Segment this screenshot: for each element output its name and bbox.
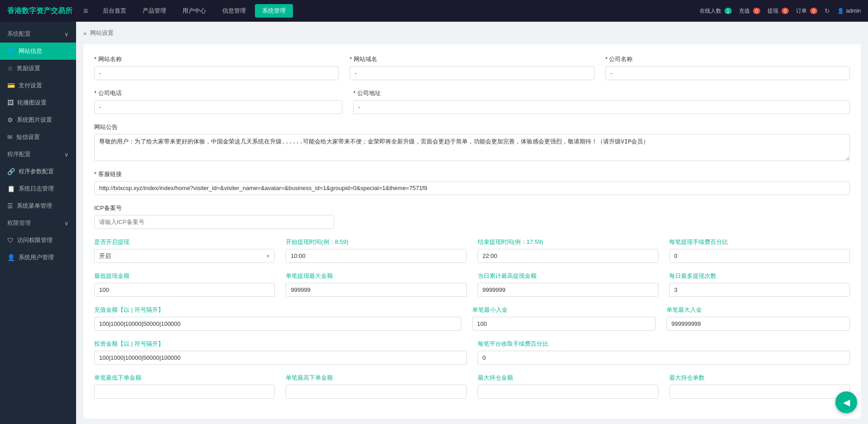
sidebar-group-program-config-label: 程序配置 [7, 150, 31, 158]
withdraw-end-input[interactable] [478, 249, 658, 263]
sidebar-item-system-image[interactable]: ⚙ 系统图片设置 [0, 111, 76, 129]
refresh-icon[interactable]: ↻ [825, 7, 830, 14]
site-domain-label: * 网站域名 [350, 55, 594, 63]
site-domain-input[interactable] [350, 66, 594, 80]
sidebar-item-carousel[interactable]: 🖼 轮播图设置 [0, 94, 76, 111]
invest-amounts-input[interactable] [94, 351, 467, 365]
sidebar-group-permission[interactable]: 权限管理 ∨ [0, 214, 76, 232]
float-action-button[interactable]: ◀ [835, 391, 857, 413]
min-order-label: 单笔最低下单金额 [94, 374, 275, 382]
star-icon: ☆ [7, 65, 13, 72]
nav-products[interactable]: 产品管理 [135, 4, 173, 18]
admin-btn[interactable]: 👤 admin [837, 8, 861, 14]
max-hold-count-label: 最大持仓单数 [669, 374, 850, 382]
recharge-btn[interactable]: 充值 0 [739, 7, 760, 15]
field-min-order: 单笔最低下单金额 [94, 374, 275, 399]
field-icp: ICP备案号 [94, 204, 334, 229]
sidebar-item-payment-label: 支付设置 [19, 81, 42, 90]
order-btn[interactable]: 订单 0 [796, 7, 817, 15]
max-withdraw-times-input[interactable] [669, 283, 850, 297]
sidebar-item-params-label: 程序参数配置 [19, 167, 54, 176]
top-right-section: 在线人数 1 充值 0 提现 0 订单 0 ↻ 👤 admin [700, 7, 861, 15]
sidebar-item-access-label: 访问权限管理 [17, 236, 53, 244]
icp-label: ICP备案号 [94, 204, 334, 212]
company-address-label: * 公司地址 [353, 89, 850, 97]
min-single-deposit-label: 单笔最小入金 [472, 306, 656, 314]
sidebar-item-sys-users[interactable]: 👤 系统用户管理 [0, 249, 76, 266]
field-max-single-deposit: 单笔最大入金 [667, 306, 850, 331]
breadcrumb-page: 网站设置 [90, 29, 114, 37]
max-order-input[interactable] [286, 385, 466, 399]
field-company-address: * 公司地址 [353, 89, 850, 114]
field-max-withdraw-daily: 当日累计最高提现金额 [478, 272, 658, 297]
online-label: 在线人数 [700, 7, 721, 15]
withdraw-fee-input[interactable] [669, 249, 850, 263]
online-count-btn: 在线人数 1 [700, 7, 732, 15]
nav-info[interactable]: 信息管理 [215, 4, 253, 18]
withdraw-label: 提现 [767, 7, 778, 15]
min-order-input[interactable] [94, 385, 275, 399]
field-invest-amounts: 投资金额【以 | 符号隔开】 [94, 340, 467, 365]
withdraw-fee-label: 每笔提现手续费百分比 [669, 238, 850, 246]
link-icon: 🔗 [7, 168, 15, 175]
form-row-order-limits: 单笔最低下单金额 单笔最高下单金额 最大持仓金额 最大持仓单数 [94, 374, 850, 399]
announcement-textarea[interactable]: 尊敬的用户：为了给大家带来更好的体验，中国金荣这几天系统在升级......可能会… [94, 134, 850, 161]
sidebar: 系统配置 ∨ 🌐 网站信息 ☆ 奖励设置 💳 支付设置 🖼 轮播图设置 ⚙ 系统… [0, 22, 76, 424]
sidebar-group-program-config[interactable]: 程序配置 ∨ [0, 146, 76, 163]
form-row-withdraw-amounts: 最低提现金额 单笔提现最大金额 当日累计最高提现金额 每日最多提现次数 [94, 272, 850, 297]
form-row-withdraw-settings: 是否开启提现 开启 关闭 ▼ 开始提现时间(例：8:59) 结束提现时间(例：1… [94, 238, 850, 263]
menu-toggle-icon[interactable]: ≡ [83, 6, 88, 16]
chevron-down-icon: ∨ [64, 31, 69, 38]
breadcrumb-sep: » [83, 30, 86, 37]
platform-fee-input[interactable] [478, 351, 850, 365]
sidebar-item-sms[interactable]: ✉ 短信设置 [0, 129, 76, 146]
sidebar-group-permission-label: 权限管理 [7, 219, 31, 227]
sidebar-item-menu[interactable]: ☰ 系统菜单管理 [0, 197, 76, 214]
nav-dashboard[interactable]: 后台首页 [96, 4, 134, 18]
nav-users[interactable]: 用户中心 [175, 4, 213, 18]
withdraw-start-input[interactable] [286, 249, 466, 263]
withdraw-badge: 0 [782, 8, 789, 14]
sidebar-item-payment[interactable]: 💳 支付设置 [0, 77, 76, 94]
withdraw-enable-select[interactable]: 开启 关闭 [94, 249, 275, 263]
sidebar-item-sms-label: 短信设置 [16, 133, 40, 141]
sidebar-item-reward-label: 奖励设置 [17, 64, 40, 72]
sidebar-item-site-info[interactable]: 🌐 网站信息 [0, 43, 76, 60]
field-company-phone: * 公司电话 [94, 89, 342, 114]
withdraw-btn[interactable]: 提现 0 [767, 7, 789, 15]
max-single-deposit-input[interactable] [667, 317, 850, 331]
nav-system[interactable]: 系统管理 [255, 4, 293, 18]
max-hold-count-input[interactable] [669, 385, 850, 399]
sidebar-item-logs[interactable]: 📋 系统日志管理 [0, 180, 76, 197]
field-withdraw-start: 开始提现时间(例：8:59) [286, 238, 466, 263]
invest-amounts-label: 投资金额【以 | 符号隔开】 [94, 340, 467, 348]
shield-icon: 🛡 [7, 237, 14, 244]
sidebar-item-params[interactable]: 🔗 程序参数配置 [0, 163, 76, 180]
max-hold-input[interactable] [478, 385, 658, 399]
min-withdraw-input[interactable] [94, 283, 275, 297]
min-single-deposit-input[interactable] [472, 317, 656, 331]
company-phone-input[interactable] [94, 100, 342, 114]
max-withdraw-daily-input[interactable] [478, 283, 658, 297]
max-withdraw-single-input[interactable] [286, 283, 466, 297]
icp-input[interactable] [94, 215, 334, 229]
company-name-input[interactable] [605, 66, 850, 80]
sidebar-group-system-config-label: 系统配置 [7, 30, 31, 38]
chevron-down-icon-2: ∨ [64, 151, 69, 158]
recharge-label: 充值 [739, 7, 750, 15]
max-withdraw-daily-label: 当日累计最高提现金额 [478, 272, 658, 280]
sidebar-item-reward[interactable]: ☆ 奖励设置 [0, 60, 76, 77]
form-row-recharge: 充值金额【以 | 符号隔开】 单笔最小入金 单笔最大入金 [94, 306, 850, 331]
sidebar-item-access[interactable]: 🛡 访问权限管理 [0, 232, 76, 249]
field-withdraw-enable: 是否开启提现 开启 关闭 ▼ [94, 238, 275, 263]
chevron-down-icon-3: ∨ [64, 220, 69, 227]
sidebar-group-system-config[interactable]: 系统配置 ∨ [0, 25, 76, 43]
recharge-amounts-input[interactable] [94, 317, 461, 331]
customer-link-input[interactable] [94, 181, 850, 195]
company-address-input[interactable] [353, 100, 850, 114]
float-action-icon: ◀ [843, 397, 850, 408]
max-withdraw-times-label: 每日最多提现次数 [669, 272, 850, 280]
sms-icon: ✉ [7, 133, 13, 141]
site-name-input[interactable] [94, 66, 339, 80]
breadcrumb: » 网站设置 [83, 29, 861, 37]
